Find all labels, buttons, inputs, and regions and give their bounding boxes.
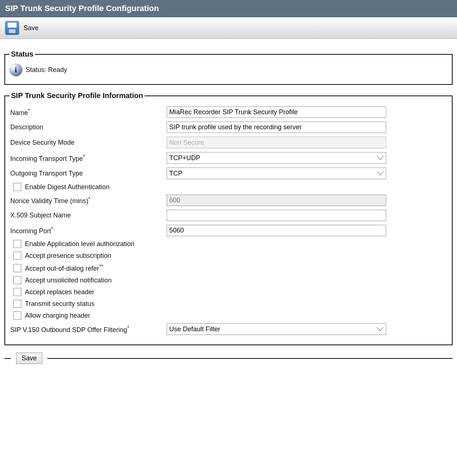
accept-replaces-row: Accept replaces header: [13, 288, 447, 296]
status-text: Status: Ready: [26, 66, 67, 74]
accept-replaces-checkbox[interactable]: [13, 288, 21, 296]
toolbar-save-label[interactable]: Save: [23, 24, 39, 32]
accept-unsolicited-label: Accept unsolicited notification: [25, 277, 112, 284]
enable-app-auth-label: Enable Application level authorization: [25, 240, 134, 248]
allow-charging-checkbox[interactable]: [13, 311, 21, 320]
accept-presence-row: Accept presence subscription: [13, 252, 447, 260]
enable-digest-auth-checkbox[interactable]: [13, 183, 21, 191]
status-panel: Status Status: Ready: [4, 50, 453, 85]
required-marker: *: [28, 108, 30, 113]
accept-refer-checkbox[interactable]: [13, 264, 21, 272]
allow-charging-label: Allow charging header: [25, 312, 90, 320]
nonce-validity-field: [167, 195, 386, 206]
incoming-transport-type-label: Incoming Transport Type: [10, 155, 83, 162]
sdp-filtering-label: SIP V.150 Outbound SDP Offer Filtering: [10, 326, 127, 333]
info-icon: [10, 64, 22, 76]
required-marker: *: [127, 325, 129, 331]
required-marker: *: [83, 154, 85, 159]
enable-app-auth-row: Enable Application level authorization: [13, 240, 447, 248]
accept-unsolicited-checkbox[interactable]: [13, 276, 21, 284]
transmit-security-checkbox[interactable]: [13, 300, 21, 308]
page-title-bar: SIP Trunk Security Profile Configuration: [0, 0, 457, 17]
toolbar: Save: [0, 17, 457, 39]
accept-replaces-label: Accept replaces header: [25, 288, 94, 296]
device-security-mode-select: Non Secure: [167, 137, 386, 148]
device-security-mode-label: Device Security Mode: [10, 139, 75, 146]
incoming-port-label: Incoming Port: [10, 227, 51, 235]
page-title: SIP Trunk Security Profile Configuration: [5, 4, 159, 13]
x509-subject-field[interactable]: [167, 210, 386, 221]
required-marker: *: [51, 226, 53, 232]
accept-refer-label: Accept out-of-dialog refer: [25, 265, 99, 272]
save-button[interactable]: Save: [16, 353, 42, 364]
nonce-validity-label: Nonce Validity Time (mins): [10, 197, 88, 205]
description-field[interactable]: [167, 122, 386, 133]
transmit-security-label: Transmit security status: [25, 300, 94, 308]
status-legend: Status: [10, 50, 35, 58]
x509-subject-label: X.509 Subject Name: [10, 212, 71, 219]
sdp-filtering-select[interactable]: Use Default Filter: [167, 323, 386, 335]
description-label: Description: [10, 123, 43, 131]
enable-digest-auth-label: Enable Digest Authentication: [25, 183, 109, 191]
required-marker-double: **: [99, 263, 103, 269]
outgoing-transport-type-select[interactable]: TCP: [167, 167, 386, 179]
accept-unsolicited-row: Accept unsolicited notification: [13, 276, 447, 284]
required-marker: *: [88, 196, 90, 202]
outgoing-transport-type-label: Outgoing Transport Type: [10, 170, 83, 177]
incoming-port-field[interactable]: [167, 225, 386, 236]
enable-app-auth-checkbox[interactable]: [13, 240, 21, 248]
accept-refer-row: Accept out-of-dialog refer**: [13, 263, 447, 273]
profile-legend: SIP Trunk Security Profile Information: [10, 91, 145, 100]
profile-panel: SIP Trunk Security Profile Information N…: [4, 91, 453, 345]
enable-digest-auth-row: Enable Digest Authentication: [13, 183, 447, 191]
transmit-security-row: Transmit security status: [13, 300, 447, 308]
accept-presence-checkbox[interactable]: [13, 252, 21, 260]
footer-save-row: Save: [4, 353, 453, 364]
save-icon[interactable]: [5, 21, 19, 35]
accept-presence-label: Accept presence subscription: [25, 252, 111, 260]
allow-charging-row: Allow charging header: [13, 311, 447, 320]
incoming-transport-type-select[interactable]: TCP+UDP: [167, 152, 386, 164]
name-label: Name: [10, 109, 28, 116]
name-field[interactable]: [167, 107, 386, 118]
